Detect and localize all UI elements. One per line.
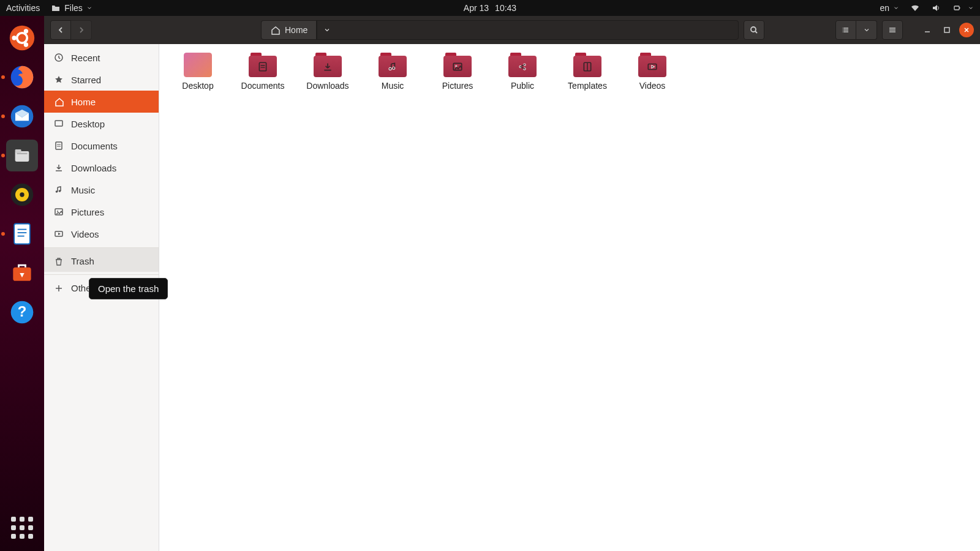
sidebar-item-label: Trash (71, 256, 94, 266)
folder-icon (51, 3, 61, 13)
activities-button[interactable]: Activities (6, 3, 40, 13)
svg-text:?: ? (18, 303, 27, 320)
folder-label: Downloads (306, 81, 349, 91)
folder-desktop[interactable]: Desktop (165, 53, 230, 91)
svg-rect-33 (944, 28, 949, 32)
folder-icon (249, 53, 277, 77)
chevron-down-icon (893, 5, 899, 11)
dock-app-software[interactable] (6, 257, 38, 289)
clock[interactable]: Apr 13 10:43 (464, 3, 516, 13)
power-indicator[interactable] (952, 3, 974, 13)
view-switcher (835, 20, 877, 40)
search-button[interactable] (744, 20, 764, 40)
folder-label: Music (382, 81, 404, 91)
forward-button[interactable] (71, 20, 92, 40)
folder-downloads[interactable]: Downloads (295, 53, 360, 91)
sidebar-item-music[interactable]: Music (44, 179, 159, 201)
home-icon (270, 25, 280, 35)
folder-icon (508, 53, 537, 77)
sidebar-item-pictures[interactable]: Pictures (44, 201, 159, 223)
dock: ? (0, 16, 44, 551)
folder-icon (314, 53, 342, 77)
dock-app-help[interactable]: ? (6, 296, 38, 328)
network-indicator[interactable] (910, 3, 920, 13)
folder-icon (379, 53, 407, 77)
list-view-button[interactable] (835, 20, 856, 40)
folder-label: Templates (568, 81, 607, 91)
back-button[interactable] (50, 20, 71, 40)
app-menu[interactable]: Files (51, 3, 92, 13)
folder-label: Public (511, 81, 534, 91)
dock-app-rhythmbox[interactable] (6, 179, 38, 211)
files-window: Home Recent Starred Home Desktop Documen… (44, 16, 980, 551)
path-menu-button[interactable] (317, 21, 337, 39)
svg-point-17 (12, 36, 17, 40)
sidebar-item-downloads[interactable]: Downloads (44, 157, 159, 179)
sidebar-item-documents[interactable]: Documents (44, 135, 159, 157)
sidebar-item-label: Documents (71, 141, 118, 151)
dock-app-thunderbird[interactable] (6, 100, 38, 132)
minimize-button[interactable] (920, 23, 935, 37)
sidebar-item-label: Recent (71, 53, 100, 63)
svg-point-27 (20, 192, 24, 197)
dock-app-firefox[interactable] (6, 61, 38, 93)
path-bar: Home (261, 20, 739, 40)
svg-rect-14 (959, 7, 960, 9)
folder-label: Videos (639, 81, 666, 91)
sidebar-item-trash[interactable]: Trash (44, 247, 159, 272)
toolbar: Home (44, 16, 980, 44)
input-source-label: en (880, 3, 889, 13)
dock-app-files[interactable] (6, 140, 38, 171)
sidebar-item-label: Music (71, 185, 95, 195)
folder-videos[interactable]: Videos (620, 53, 685, 91)
chevron-down-icon (86, 5, 92, 11)
show-applications-button[interactable] (6, 512, 38, 544)
folder-pictures[interactable]: Pictures (425, 53, 490, 91)
input-source-indicator[interactable]: en (880, 3, 899, 13)
folder-templates[interactable]: Templates (555, 53, 620, 91)
sidebar-item-recent[interactable]: Recent (44, 47, 159, 69)
svg-point-19 (24, 42, 28, 47)
sidebar-item-label: Pictures (71, 207, 104, 217)
top-panel: Activities Files Apr 13 10:43 en (0, 0, 980, 16)
sidebar-item-home[interactable]: Home (44, 91, 159, 113)
maximize-button[interactable] (940, 23, 954, 37)
path-label: Home (285, 25, 307, 35)
folder-documents[interactable]: Documents (230, 53, 295, 91)
folder-icon (638, 53, 666, 77)
folder-label: Documents (241, 81, 285, 91)
view-options-button[interactable] (856, 20, 877, 40)
icon-view[interactable]: Desktop Documents Downloads Music Pictur… (159, 44, 980, 551)
date-label: Apr 13 (464, 3, 489, 13)
path-segment-home[interactable]: Home (262, 21, 317, 39)
sidebar-item-starred[interactable]: Starred (44, 69, 159, 91)
sidebar-item-label: Starred (71, 75, 101, 85)
folder-music[interactable]: Music (360, 53, 425, 91)
nav-buttons (50, 20, 92, 40)
sidebar-item-label: Downloads (71, 163, 116, 173)
svg-rect-28 (14, 224, 30, 244)
desktop-folder-icon (184, 53, 212, 77)
app-menu-label: Files (64, 3, 83, 13)
hamburger-menu-button[interactable] (882, 20, 903, 40)
sidebar-item-videos[interactable]: Videos (44, 223, 159, 245)
svg-point-18 (24, 29, 28, 33)
folder-icon (443, 53, 472, 77)
sidebar-item-desktop[interactable]: Desktop (44, 113, 159, 135)
folder-label: Pictures (442, 81, 473, 91)
folder-public[interactable]: Public (490, 53, 555, 91)
tooltip: Open the trash (89, 278, 168, 299)
folder-icon (573, 53, 601, 77)
close-button[interactable] (959, 23, 974, 37)
dock-app-ubuntu[interactable] (6, 22, 38, 54)
svg-rect-24 (17, 153, 28, 154)
folder-label: Desktop (182, 81, 213, 91)
dock-app-writer[interactable] (6, 218, 38, 250)
sidebar-item-label: Videos (71, 229, 99, 239)
sidebar-item-label: Desktop (71, 119, 105, 129)
svg-rect-23 (15, 149, 21, 153)
time-label: 10:43 (495, 3, 516, 13)
volume-indicator[interactable] (931, 3, 941, 13)
sidebar-item-label: Home (71, 97, 96, 107)
svg-rect-13 (954, 6, 959, 10)
